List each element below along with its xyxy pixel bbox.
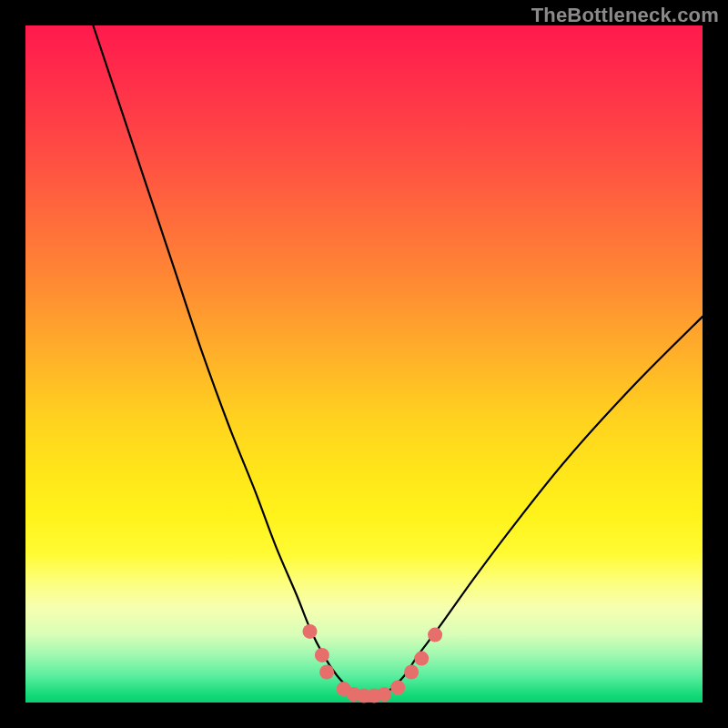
plot-area — [25, 25, 703, 703]
marker-dot — [390, 681, 405, 695]
marker-dot — [414, 652, 429, 666]
highlight-markers — [303, 624, 443, 703]
watermark-text: TheBottleneck.com — [531, 4, 719, 27]
marker-dot — [315, 648, 329, 662]
marker-dot — [303, 624, 318, 639]
chart-svg — [25, 25, 703, 703]
chart-frame: TheBottleneck.com — [0, 0, 728, 728]
marker-dot — [404, 665, 419, 680]
bottleneck-curve — [93, 25, 703, 697]
marker-dot — [319, 665, 334, 680]
marker-dot — [428, 628, 442, 642]
marker-dot — [377, 687, 391, 702]
